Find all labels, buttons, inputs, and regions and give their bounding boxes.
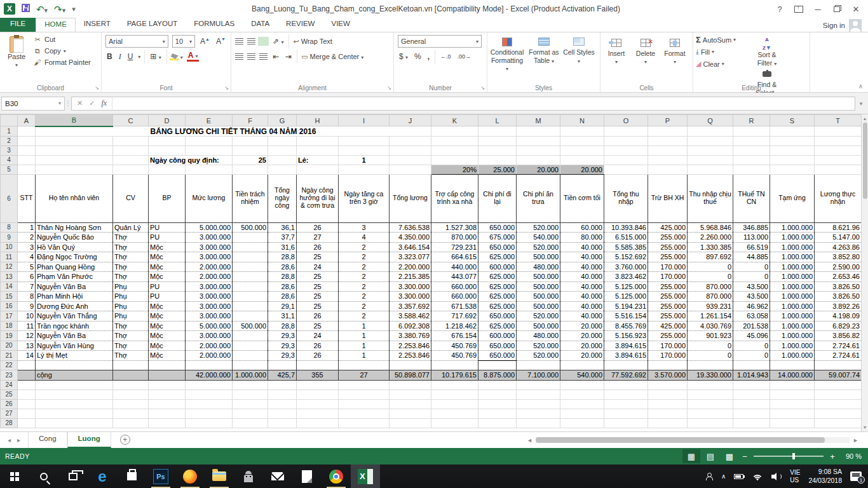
data-cell[interactable]: 3.000.000 [186, 331, 233, 341]
table-header[interactable]: BP [149, 174, 186, 222]
data-cell[interactable] [297, 360, 339, 370]
cell[interactable] [517, 409, 560, 418]
scroll-down-icon[interactable]: ▼ [863, 423, 867, 431]
conditional-formatting-button[interactable]: Conditional Formatting ▾ [489, 35, 525, 81]
data-cell[interactable]: 26 [297, 242, 339, 252]
data-cell[interactable] [233, 292, 268, 302]
data-cell[interactable]: 2 [18, 233, 36, 243]
data-cell[interactable] [604, 360, 648, 370]
data-cell[interactable] [733, 360, 770, 370]
data-cell[interactable]: 10 [18, 311, 36, 322]
cell[interactable] [815, 155, 862, 165]
total-cell[interactable]: 3.570.000 [648, 370, 688, 380]
data-cell[interactable]: 170.000 [648, 341, 688, 351]
comma-style-button[interactable]: , [426, 52, 431, 61]
table-header[interactable]: Tạm ứng [770, 174, 815, 222]
delete-button[interactable]: Delete▾ [632, 35, 660, 81]
cell[interactable] [113, 136, 149, 146]
data-cell[interactable]: Mộc [149, 341, 186, 351]
data-cell[interactable]: 13 [18, 341, 36, 351]
cell[interactable] [648, 418, 688, 428]
row-header-17[interactable]: 17 [1, 311, 18, 322]
data-cell[interactable]: 625.000 [478, 301, 517, 311]
data-cell[interactable]: 31,1 [268, 311, 297, 322]
column-header-E[interactable]: E [186, 115, 233, 126]
font-name-combo[interactable]: Arial▾ [105, 35, 168, 48]
cell[interactable] [648, 155, 688, 165]
table-header[interactable]: Mức lương [186, 174, 233, 222]
cell[interactable] [431, 399, 478, 409]
cut-button[interactable]: ✂Cut [32, 34, 100, 45]
column-header-J[interactable]: J [390, 115, 431, 126]
cell[interactable] [770, 146, 815, 155]
zoom-slider-thumb[interactable] [792, 453, 795, 459]
cell[interactable] [733, 155, 770, 165]
data-cell[interactable] [339, 360, 390, 370]
cell[interactable] [113, 399, 149, 409]
data-cell[interactable]: 2 [339, 242, 390, 252]
cell[interactable] [688, 146, 733, 155]
enter-button[interactable]: ✓ [89, 99, 95, 107]
data-cell[interactable]: 1.000.000 [770, 222, 815, 233]
data-cell[interactable]: 3.894.615 [604, 351, 648, 361]
redo-button[interactable]: ↷▾ [54, 4, 65, 14]
font-color-button[interactable]: A ▾ [187, 52, 200, 62]
data-cell[interactable]: 8 [18, 292, 36, 302]
taskbar-icon-photoshop[interactable]: Ps [146, 464, 175, 488]
data-cell[interactable]: 28,8 [268, 252, 297, 262]
data-cell[interactable]: 870.000 [431, 233, 478, 243]
cell[interactable] [431, 390, 478, 399]
data-cell[interactable]: 1 [339, 351, 390, 361]
clock[interactable]: 9:08 SA 24/03/2018 [808, 468, 842, 484]
cell[interactable] [18, 399, 36, 409]
cell[interactable] [18, 380, 36, 390]
shrink-font-button[interactable]: A▼ [215, 37, 227, 46]
notification-icon[interactable]: 1 [850, 471, 862, 481]
data-cell[interactable]: 897.692 [688, 252, 733, 262]
data-cell[interactable]: 25 [297, 252, 339, 262]
data-cell[interactable]: Thân Ng Hoàng Sơn [36, 222, 113, 233]
cell[interactable] [733, 136, 770, 146]
cell[interactable] [36, 399, 113, 409]
data-cell[interactable]: 26 [297, 311, 339, 322]
data-cell[interactable]: 4.030.769 [688, 321, 733, 331]
align-bottom-icon[interactable] [259, 38, 268, 44]
total-cell[interactable] [113, 370, 149, 380]
total-cell[interactable]: 540.000 [560, 370, 604, 380]
data-cell[interactable]: 255.000 [648, 331, 688, 341]
cell[interactable] [560, 126, 604, 137]
data-cell[interactable]: 450.769 [431, 341, 478, 351]
data-cell[interactable]: 2.000.000 [186, 341, 233, 351]
data-cell[interactable]: 5 [18, 262, 36, 272]
data-cell[interactable]: 1.000.000 [770, 311, 815, 322]
data-cell[interactable]: 5.585.385 [604, 242, 648, 252]
data-cell[interactable]: 8.455.769 [604, 321, 648, 331]
data-cell[interactable]: 5.000.000 [186, 321, 233, 331]
cell[interactable] [18, 390, 36, 399]
row-header-11[interactable]: 11 [1, 252, 18, 262]
cell[interactable] [478, 399, 517, 409]
cell[interactable] [604, 126, 648, 137]
increase-indent-button[interactable]: ⇥ [284, 52, 293, 61]
data-cell[interactable]: 20.000 [560, 351, 604, 361]
data-cell[interactable]: 3 [339, 222, 390, 233]
qat-customize-button[interactable]: ▾ [72, 6, 76, 13]
page-layout-view-button[interactable]: ▤ [702, 449, 719, 463]
scroll-right-icon[interactable]: ► [851, 437, 860, 444]
cell[interactable] [733, 418, 770, 428]
data-cell[interactable]: 1.000.000 [770, 242, 815, 252]
column-header-O[interactable]: O [604, 115, 648, 126]
data-cell[interactable]: 939.231 [688, 301, 733, 311]
ribbon-tab-view[interactable]: VIEW [323, 18, 358, 32]
data-cell[interactable] [815, 360, 862, 370]
row-header-15[interactable]: 15 [1, 292, 18, 302]
data-cell[interactable]: 1 [339, 341, 390, 351]
data-cell[interactable]: 1 [339, 331, 390, 341]
row-header-5[interactable]: 5 [1, 165, 18, 174]
cell[interactable] [297, 399, 339, 409]
data-cell[interactable] [268, 360, 297, 370]
data-cell[interactable]: 3.856.82 [815, 331, 862, 341]
data-cell[interactable]: 440.000 [431, 262, 478, 272]
data-cell[interactable]: Nguyễn Văn Ba [36, 281, 113, 292]
cell[interactable] [733, 126, 770, 137]
